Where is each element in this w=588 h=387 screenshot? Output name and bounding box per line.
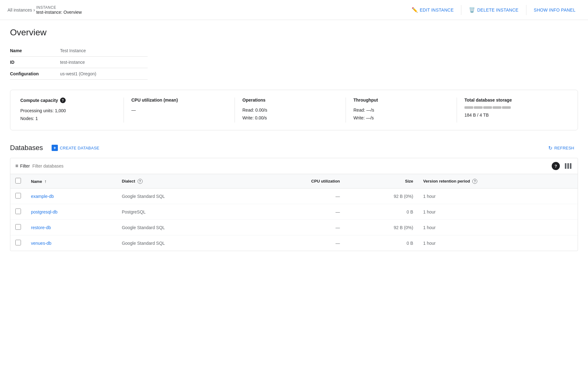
header-cpu: CPU utilization xyxy=(249,174,345,188)
nav-actions: ✏️ EDIT INSTANCE 🗑️ DELETE INSTANCE SHOW… xyxy=(407,4,580,15)
refresh-button[interactable]: ↻ REFRESH xyxy=(545,143,578,153)
storage-text: Total database storage xyxy=(464,98,512,103)
ops-write-label: Write: xyxy=(242,115,254,120)
breadcrumb: All instances › INSTANCE test-instance: … xyxy=(8,5,407,15)
processing-units-value: 1,000 xyxy=(55,108,66,113)
db-dialect-cell: PostgreSQL xyxy=(117,204,249,220)
throughput-write-value: —/s xyxy=(366,115,374,120)
filter-input[interactable] xyxy=(32,163,549,168)
row-checkbox[interactable] xyxy=(15,209,21,214)
top-nav: All instances › INSTANCE test-instance: … xyxy=(0,0,588,20)
overview-field-value: test-instance xyxy=(60,57,148,68)
overview-row: ID test-instance xyxy=(10,57,148,68)
all-instances-link[interactable]: All instances xyxy=(8,8,32,13)
row-checkbox[interactable] xyxy=(15,224,21,230)
operations-metric: Operations Read: 0.00/s Write: 0.00/s xyxy=(235,98,346,123)
table-row: venues-db Google Standard SQL — 0 B 1 ho… xyxy=(10,235,578,251)
metrics-card: Compute capacity ? Processing units: 1,0… xyxy=(10,90,578,130)
row-checkbox-cell xyxy=(10,235,26,251)
create-database-button[interactable]: + CREATE DATABASE xyxy=(48,143,103,153)
edit-instance-button[interactable]: ✏️ EDIT INSTANCE xyxy=(407,4,459,15)
db-size-cell: 92 B (0%) xyxy=(345,220,418,235)
filter-help-icon[interactable]: ? xyxy=(552,162,560,170)
table-row: postgresql-db PostgreSQL — 0 B 1 hour xyxy=(10,204,578,220)
db-name-link[interactable]: postgresql-db xyxy=(31,209,58,214)
ops-write-value: 0.00/s xyxy=(255,115,267,120)
row-checkbox[interactable] xyxy=(15,193,21,199)
throughput-read-value: —/s xyxy=(366,108,374,113)
db-dialect-cell: Google Standard SQL xyxy=(117,235,249,251)
delete-icon: 🗑️ xyxy=(469,7,475,13)
compute-capacity-label: Compute capacity ? xyxy=(20,98,116,103)
db-cpu-cell: — xyxy=(249,220,345,235)
breadcrumb-chevron-icon: › xyxy=(33,7,35,13)
filter-icon-area: ≡ Filter xyxy=(15,163,30,169)
overview-field-value: Test Instance xyxy=(60,45,148,57)
dialect-help-icon[interactable]: ? xyxy=(138,179,143,184)
cpu-utilization-text: CPU utilization (mean) xyxy=(131,98,178,103)
compute-capacity-help-icon[interactable]: ? xyxy=(60,98,66,103)
sort-arrow-icon: ↑ xyxy=(44,179,47,184)
select-all-checkbox[interactable] xyxy=(15,178,21,183)
header-size-label: Size xyxy=(405,179,413,183)
row-checkbox[interactable] xyxy=(15,240,21,245)
overview-row: Configuration us-west1 (Oregon) xyxy=(10,68,148,80)
retention-help-icon[interactable]: ? xyxy=(472,179,477,184)
header-checkbox-cell xyxy=(10,174,26,188)
db-name-cell: postgresql-db xyxy=(26,204,117,220)
storage-display: 184 B / 4 TB xyxy=(464,113,489,118)
edit-instance-label: EDIT INSTANCE xyxy=(420,8,454,13)
database-table: Name ↑ Dialect ? CPU utilization Size Ve xyxy=(10,174,578,251)
throughput-label: Throughput xyxy=(353,98,449,103)
refresh-icon: ↻ xyxy=(548,145,552,151)
header-retention: Version retention period ? xyxy=(418,174,578,188)
breadcrumb-current: INSTANCE test-instance: Overview xyxy=(36,5,82,15)
show-info-panel-button[interactable]: SHOW INFO PANEL xyxy=(529,5,580,15)
throughput-read-label: Read: xyxy=(353,108,365,113)
header-row: Name ↑ Dialect ? CPU utilization Size Ve xyxy=(10,174,578,188)
storage-seg-1 xyxy=(464,106,473,109)
overview-row: Name Test Instance xyxy=(10,45,148,57)
operations-text: Operations xyxy=(242,98,266,103)
instance-name: test-instance: Overview xyxy=(36,10,82,15)
refresh-label: REFRESH xyxy=(554,146,574,150)
overview-field-label: Configuration xyxy=(10,68,60,80)
ops-read-value: 0.00/s xyxy=(255,108,267,113)
col-bar-1 xyxy=(565,163,566,169)
cpu-utilization-value: — xyxy=(131,106,227,114)
columns-icon[interactable] xyxy=(564,162,573,170)
header-retention-label: Version retention period xyxy=(423,179,470,183)
storage-label: Total database storage xyxy=(464,98,560,103)
row-checkbox-cell xyxy=(10,188,26,204)
row-checkbox-cell xyxy=(10,204,26,220)
compute-capacity-value: Processing units: 1,000 Nodes: 1 xyxy=(20,107,116,123)
processing-units-label: Processing units: xyxy=(20,108,54,113)
delete-instance-button[interactable]: 🗑️ DELETE INSTANCE xyxy=(464,4,523,15)
throughput-write-label: Write: xyxy=(353,115,365,120)
create-database-label: CREATE DATABASE xyxy=(60,146,99,150)
databases-title: Databases xyxy=(10,144,43,152)
db-name-cell: example-db xyxy=(26,188,117,204)
overview-field-label: Name xyxy=(10,45,60,57)
db-name-cell: venues-db xyxy=(26,235,117,251)
nav-divider-2 xyxy=(526,5,526,15)
db-size-cell: 0 B xyxy=(345,235,418,251)
db-name-link[interactable]: example-db xyxy=(31,194,54,199)
header-name[interactable]: Name ↑ xyxy=(26,174,117,188)
row-checkbox-cell xyxy=(10,220,26,235)
db-name-link[interactable]: venues-db xyxy=(31,241,51,246)
db-retention-cell: 1 hour xyxy=(418,204,578,220)
overview-field-label: ID xyxy=(10,57,60,68)
nav-divider xyxy=(461,5,461,15)
throughput-text: Throughput xyxy=(353,98,378,103)
cpu-utilization-label: CPU utilization (mean) xyxy=(131,98,227,103)
db-name-link[interactable]: restore-db xyxy=(31,225,51,230)
main-content: Overview Name Test Instance ID test-inst… xyxy=(0,20,588,259)
compute-capacity-metric: Compute capacity ? Processing units: 1,0… xyxy=(20,98,124,123)
header-dialect: Dialect ? xyxy=(117,174,249,188)
table-row: example-db Google Standard SQL — 92 B (0… xyxy=(10,188,578,204)
delete-instance-label: DELETE INSTANCE xyxy=(477,8,519,13)
table-row: restore-db Google Standard SQL — 92 B (0… xyxy=(10,220,578,235)
throughput-metric: Throughput Read: —/s Write: —/s xyxy=(346,98,457,123)
filter-row: ≡ Filter ? xyxy=(10,158,578,174)
